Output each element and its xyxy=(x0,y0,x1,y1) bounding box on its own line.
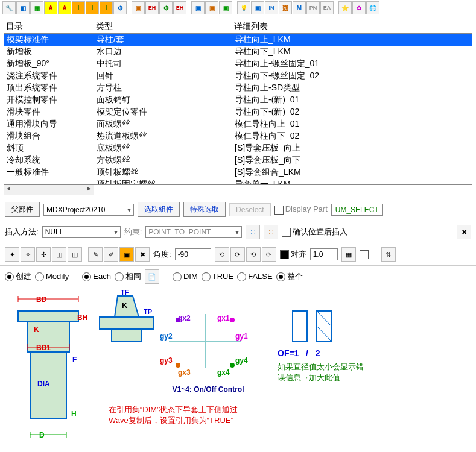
tb-icon[interactable]: 🖼 xyxy=(279,1,292,14)
list-item[interactable]: 方导柱 xyxy=(94,82,232,94)
snap-icon[interactable]: ◫ xyxy=(52,247,66,262)
list-item[interactable]: 通用滑块向导 xyxy=(4,118,94,130)
list-item[interactable]: 水口边 xyxy=(94,46,232,58)
display-part-checkbox[interactable]: Display Part xyxy=(274,204,328,214)
tb-icon[interactable]: ◧ xyxy=(16,1,30,14)
true-radio[interactable]: TRUE xyxy=(202,272,233,281)
list-item[interactable]: 顶针板固定螺丝 xyxy=(94,178,232,185)
snap-icon[interactable]: ✢ xyxy=(36,247,51,262)
snap-icon[interactable]: ✐ xyxy=(104,247,118,262)
tb-icon[interactable]: 💡 xyxy=(237,1,250,14)
list-item[interactable]: 面板销钉 xyxy=(94,94,232,106)
detail-list[interactable]: 导柱向上_LKM导柱向下_LKM导柱向上-螺丝固定_01导柱向下-螺丝固定_02… xyxy=(232,33,472,185)
tb-icon[interactable]: EH xyxy=(173,1,186,14)
list-item[interactable]: 方铁螺丝 xyxy=(94,154,232,166)
constraint-dropdown[interactable]: POINT_TO_POINT xyxy=(145,226,242,238)
list-item[interactable]: 中托司 xyxy=(94,58,232,70)
snap-icon[interactable]: ▣ xyxy=(119,247,134,262)
align-checkbox[interactable]: 对齐 xyxy=(280,249,306,260)
list-item[interactable]: 导柱向下-螺丝固定_02 xyxy=(232,70,472,82)
um-select-tag[interactable]: UM_SELECT xyxy=(331,204,383,216)
angle-field[interactable] xyxy=(175,248,211,260)
tb-icon[interactable]: ▣ xyxy=(205,1,218,14)
list-item[interactable]: 冷却系统 xyxy=(4,154,94,166)
insert-method-dropdown[interactable]: NULL xyxy=(42,226,121,238)
tb-icon[interactable]: ▦ xyxy=(30,1,43,14)
false-radio[interactable]: FALSE xyxy=(237,272,272,281)
sort-icon[interactable]: ⇅ xyxy=(381,247,396,262)
list-item[interactable]: 模架定位零件 xyxy=(94,106,232,118)
tb-icon[interactable]: ▣ xyxy=(191,1,205,14)
list-item[interactable]: 导柱向上-SD类型 xyxy=(232,82,472,94)
tb-icon[interactable]: EA xyxy=(320,1,334,14)
snap-icon[interactable]: ✎ xyxy=(88,247,103,262)
dim-radio[interactable]: DIM xyxy=(173,272,198,281)
tb-icon[interactable]: A xyxy=(44,1,57,14)
list-item[interactable]: 模仁导柱向下_02 xyxy=(232,130,472,142)
confirm-pos-checkbox[interactable]: 确认位置后插入 xyxy=(282,227,347,237)
list-item[interactable]: 底板螺丝 xyxy=(94,142,232,154)
list-item[interactable]: [S]导套压板_向下 xyxy=(232,154,472,166)
tb-icon[interactable]: 🔧 xyxy=(2,1,16,14)
list-item[interactable]: 导柱向下_LKM xyxy=(232,46,472,58)
info-icon[interactable]: 📄 xyxy=(145,269,159,284)
list-item[interactable]: 新增板_90° xyxy=(4,58,94,70)
place-icon[interactable]: ⸬ xyxy=(246,225,260,239)
tb-icon[interactable]: ⚙ xyxy=(159,1,173,14)
list-item[interactable]: 滑块零件 xyxy=(4,106,94,118)
list-item[interactable]: [S]导套组合_LKM xyxy=(232,166,472,178)
tb-icon[interactable]: 🌐 xyxy=(366,1,379,14)
tb-icon[interactable]: M xyxy=(293,1,306,14)
tb-icon[interactable]: I xyxy=(100,1,113,14)
each-radio[interactable]: Each xyxy=(82,272,111,281)
list-item[interactable]: 导柱向下-(新)_02 xyxy=(232,106,472,118)
list-item[interactable]: 新增板 xyxy=(4,46,94,58)
rotate-icon[interactable]: ⟲ xyxy=(215,247,229,262)
parent-label-button[interactable]: 父部件 xyxy=(5,202,40,217)
tb-icon[interactable]: ✿ xyxy=(352,1,366,14)
list-item[interactable]: 顶针板螺丝 xyxy=(94,166,232,178)
grid-icon[interactable]: ▦ xyxy=(341,247,356,262)
list-item[interactable]: 导套单一_LKM xyxy=(232,178,472,185)
tb-icon[interactable]: I xyxy=(72,1,85,14)
tb-icon[interactable]: ▣ xyxy=(132,1,145,14)
special-select-button[interactable]: 特殊选取 xyxy=(183,202,226,217)
list-item[interactable]: [S]导套压板_向上 xyxy=(232,142,472,154)
tb-icon[interactable]: EH xyxy=(145,1,159,14)
list-item[interactable]: 浇注系统零件 xyxy=(4,70,94,82)
list-item[interactable]: 导柱/套 xyxy=(94,34,232,46)
list-item[interactable]: 顶出系统零件 xyxy=(4,82,94,94)
snap-icon[interactable]: ✖ xyxy=(135,247,150,262)
tb-icon[interactable]: PN xyxy=(306,1,320,14)
select-component-button[interactable]: 选取組件 xyxy=(138,202,180,217)
rotate-icon[interactable]: ⟳ xyxy=(230,247,245,262)
tb-icon[interactable]: A xyxy=(58,1,71,14)
list-item[interactable]: 导柱向上-(新)_01 xyxy=(232,94,472,106)
tb-icon[interactable]: I xyxy=(86,1,99,14)
rotate-icon[interactable]: ⟲ xyxy=(246,247,261,262)
tb-icon[interactable]: ▣ xyxy=(251,1,264,14)
list-item[interactable]: 滑块组合 xyxy=(4,130,94,142)
tb-icon[interactable]: ▣ xyxy=(219,1,232,14)
list-item[interactable]: 开模控制零件 xyxy=(4,94,94,106)
create-radio[interactable]: 创建 xyxy=(5,271,31,282)
tb-icon[interactable]: IN xyxy=(265,1,278,14)
list-item[interactable]: 热流道板螺丝 xyxy=(94,130,232,142)
same-radio[interactable]: 相同 xyxy=(115,271,141,282)
parent-project-dropdown[interactable]: MDXProject20210 xyxy=(43,204,134,216)
close-icon[interactable]: ✖ xyxy=(457,225,471,239)
hscrollbar[interactable] xyxy=(4,185,94,195)
tb-icon[interactable]: ⭐ xyxy=(338,1,352,14)
snap-icon[interactable]: ◫ xyxy=(68,247,82,262)
type-list[interactable]: 导柱/套水口边中托司回针方导柱面板销钉模架定位零件面板螺丝热流道板螺丝底板螺丝方… xyxy=(94,33,232,185)
list-item[interactable]: 一般标准件 xyxy=(4,166,94,178)
tb-icon[interactable]: ⚙ xyxy=(113,1,127,14)
catalog-list[interactable]: 模架标准件新增板新增板_90°浇注系统零件顶出系统零件开模控制零件滑块零件通用滑… xyxy=(4,33,94,185)
modify-radio[interactable]: Modify xyxy=(35,272,69,281)
list-item[interactable]: 面板螺丝 xyxy=(94,118,232,130)
list-item[interactable]: 斜顶 xyxy=(4,142,94,154)
list-item[interactable]: 回针 xyxy=(94,70,232,82)
place-icon[interactable]: ⸬ xyxy=(264,225,278,239)
rotate-icon[interactable]: ⟳ xyxy=(262,247,276,262)
list-item[interactable]: 导柱向上_LKM xyxy=(232,34,472,46)
